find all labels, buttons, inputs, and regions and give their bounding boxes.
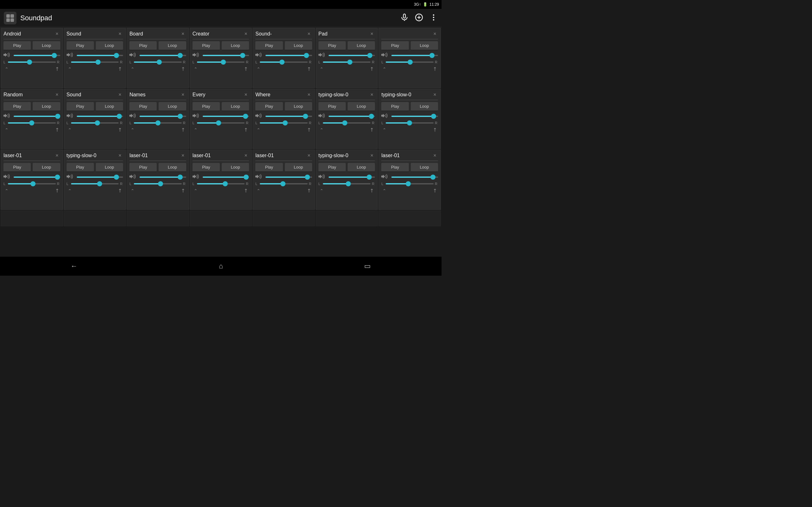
- more-menu-button[interactable]: [429, 13, 438, 23]
- mic-button[interactable]: [400, 13, 409, 23]
- expand-up-icon[interactable]: ⌃: [5, 188, 9, 193]
- close-button[interactable]: ×: [180, 92, 186, 98]
- expand-up-icon[interactable]: ⌃: [383, 188, 386, 193]
- play-button[interactable]: Play: [318, 41, 346, 50]
- expand-icon[interactable]: ↗: [116, 187, 123, 194]
- pan-track[interactable]: [323, 61, 371, 63]
- expand-icon[interactable]: ↗: [53, 126, 61, 133]
- loop-button[interactable]: Loop: [96, 102, 123, 111]
- loop-button[interactable]: Loop: [33, 102, 60, 111]
- play-button[interactable]: Play: [67, 163, 94, 172]
- home-button[interactable]: ⌂: [212, 260, 229, 273]
- close-button[interactable]: ×: [368, 92, 375, 98]
- expand-up-icon[interactable]: ⌃: [320, 66, 323, 72]
- expand-icon[interactable]: ↗: [116, 126, 123, 133]
- expand-icon[interactable]: ↗: [368, 187, 375, 194]
- expand-up-icon[interactable]: ⌃: [257, 188, 260, 193]
- close-button[interactable]: ×: [243, 92, 249, 98]
- expand-icon[interactable]: ↗: [179, 126, 187, 133]
- expand-up-icon[interactable]: ⌃: [68, 66, 72, 72]
- expand-icon[interactable]: ↗: [242, 65, 249, 72]
- expand-up-icon[interactable]: ⌃: [320, 188, 323, 193]
- play-button[interactable]: Play: [67, 102, 94, 111]
- expand-up-icon[interactable]: ⌃: [5, 127, 9, 132]
- volume-track[interactable]: [392, 176, 438, 178]
- pan-track[interactable]: [134, 61, 182, 63]
- loop-button[interactable]: Loop: [33, 163, 60, 172]
- loop-button[interactable]: Loop: [348, 102, 375, 111]
- volume-track[interactable]: [14, 55, 60, 56]
- play-button[interactable]: Play: [255, 163, 283, 172]
- expand-icon[interactable]: ↗: [116, 65, 123, 72]
- loop-button[interactable]: Loop: [96, 163, 123, 172]
- play-button[interactable]: Play: [255, 41, 283, 50]
- close-button[interactable]: ×: [306, 153, 312, 159]
- expand-icon[interactable]: ↗: [305, 65, 312, 72]
- expand-icon[interactable]: ↗: [368, 65, 375, 72]
- close-button[interactable]: ×: [117, 92, 123, 98]
- expand-up-icon[interactable]: ⌃: [131, 127, 135, 132]
- pan-track[interactable]: [71, 61, 119, 63]
- close-button[interactable]: ×: [180, 31, 186, 37]
- expand-icon[interactable]: ↗: [179, 65, 187, 72]
- expand-icon[interactable]: ↗: [242, 126, 249, 133]
- pan-track[interactable]: [8, 183, 56, 184]
- pan-track[interactable]: [323, 122, 371, 124]
- loop-button[interactable]: Loop: [348, 41, 375, 50]
- expand-up-icon[interactable]: ⌃: [383, 66, 386, 72]
- play-button[interactable]: Play: [193, 163, 220, 172]
- expand-up-icon[interactable]: ⌃: [194, 66, 198, 72]
- expand-icon[interactable]: ↗: [431, 65, 438, 72]
- pan-track[interactable]: [197, 122, 245, 124]
- volume-track[interactable]: [392, 116, 438, 117]
- loop-button[interactable]: Loop: [285, 163, 312, 172]
- close-button[interactable]: ×: [306, 31, 312, 37]
- volume-track[interactable]: [77, 116, 123, 117]
- play-button[interactable]: Play: [130, 102, 157, 111]
- pan-track[interactable]: [8, 122, 56, 124]
- close-button[interactable]: ×: [306, 92, 312, 98]
- pan-track[interactable]: [323, 183, 371, 184]
- close-button[interactable]: ×: [368, 153, 375, 159]
- expand-up-icon[interactable]: ⌃: [5, 66, 9, 72]
- pan-track[interactable]: [134, 183, 182, 184]
- volume-track[interactable]: [140, 55, 186, 56]
- expand-icon[interactable]: ↗: [179, 187, 187, 194]
- expand-up-icon[interactable]: ⌃: [257, 127, 260, 132]
- loop-button[interactable]: Loop: [411, 163, 438, 172]
- volume-track[interactable]: [77, 176, 123, 178]
- loop-button[interactable]: Loop: [222, 41, 249, 50]
- close-button[interactable]: ×: [54, 92, 60, 98]
- volume-track[interactable]: [265, 55, 312, 56]
- loop-button[interactable]: Loop: [411, 102, 438, 111]
- volume-track[interactable]: [14, 176, 60, 178]
- recent-button[interactable]: ▭: [358, 260, 377, 273]
- pan-track[interactable]: [386, 122, 434, 124]
- expand-up-icon[interactable]: ⌃: [68, 127, 72, 132]
- volume-track[interactable]: [203, 55, 249, 56]
- expand-icon[interactable]: ↗: [53, 65, 61, 72]
- loop-button[interactable]: Loop: [411, 41, 438, 50]
- play-button[interactable]: Play: [130, 41, 157, 50]
- volume-track[interactable]: [77, 55, 123, 56]
- loop-button[interactable]: Loop: [348, 163, 375, 172]
- loop-button[interactable]: Loop: [222, 102, 249, 111]
- play-button[interactable]: Play: [381, 41, 409, 50]
- close-button[interactable]: ×: [432, 31, 438, 37]
- close-button[interactable]: ×: [117, 153, 123, 159]
- volume-track[interactable]: [140, 176, 186, 178]
- expand-up-icon[interactable]: ⌃: [257, 66, 260, 72]
- expand-up-icon[interactable]: ⌃: [131, 188, 135, 193]
- play-button[interactable]: Play: [130, 163, 157, 172]
- loop-button[interactable]: Loop: [96, 41, 123, 50]
- play-button[interactable]: Play: [318, 163, 346, 172]
- expand-up-icon[interactable]: ⌃: [68, 188, 72, 193]
- pan-track[interactable]: [260, 61, 308, 63]
- volume-track[interactable]: [14, 116, 60, 117]
- pan-track[interactable]: [134, 122, 182, 124]
- pan-track[interactable]: [71, 183, 119, 184]
- expand-up-icon[interactable]: ⌃: [320, 127, 323, 132]
- pan-track[interactable]: [386, 183, 434, 184]
- play-button[interactable]: Play: [3, 41, 31, 50]
- expand-up-icon[interactable]: ⌃: [194, 127, 198, 132]
